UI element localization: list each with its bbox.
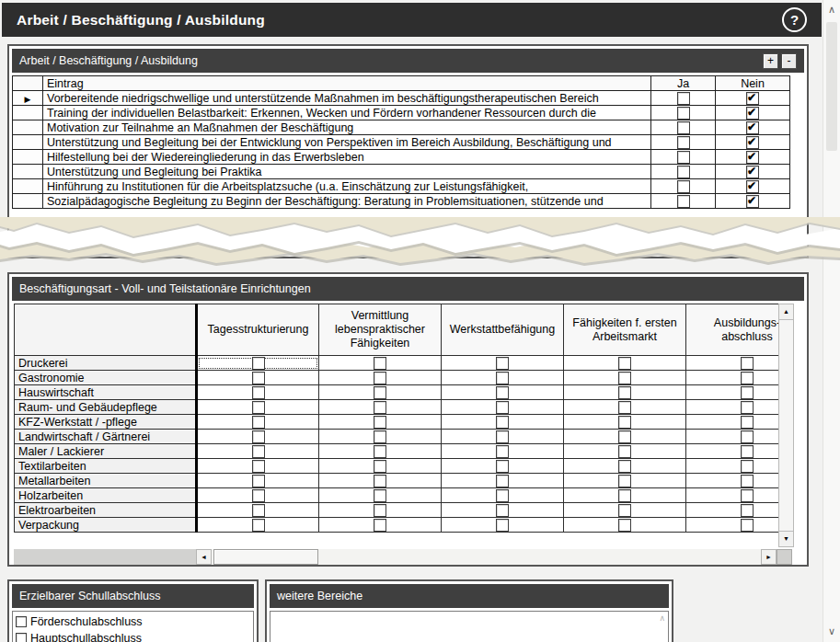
- grid-checkbox[interactable]: [741, 460, 754, 473]
- grid-checkbox[interactable]: [252, 489, 265, 502]
- row-selector-cell[interactable]: [13, 179, 43, 194]
- grid-checkbox[interactable]: [496, 416, 509, 429]
- grid-checkbox[interactable]: [741, 519, 754, 532]
- nein-checkbox[interactable]: [746, 121, 759, 134]
- grid-checkbox[interactable]: [496, 430, 509, 443]
- grid-checkbox[interactable]: [741, 401, 754, 414]
- row-selector-cell[interactable]: [13, 106, 43, 120]
- grid-checkbox[interactable]: [252, 475, 265, 487]
- nein-checkbox[interactable]: [746, 180, 759, 193]
- page-scrollbar[interactable]: ∧ ∨: [823, 0, 840, 642]
- grid-checkbox[interactable]: [741, 489, 754, 502]
- nein-checkbox[interactable]: [746, 107, 759, 120]
- row-selector-cell[interactable]: [13, 135, 43, 150]
- grid-checkbox[interactable]: [496, 504, 509, 517]
- scroll-down-icon[interactable]: ∨: [823, 626, 840, 636]
- grid-checkbox[interactable]: [374, 357, 386, 370]
- scroll-down-button[interactable]: ▼: [779, 531, 793, 546]
- grid-checkbox[interactable]: [252, 357, 265, 370]
- grid-checkbox[interactable]: [374, 519, 386, 532]
- grid-checkbox[interactable]: [496, 475, 509, 487]
- grid-checkbox[interactable]: [374, 445, 386, 458]
- schulabschluss-checkbox[interactable]: [16, 633, 27, 642]
- grid-checkbox[interactable]: [252, 401, 265, 414]
- grid-checkbox[interactable]: [374, 430, 386, 443]
- remove-row-button[interactable]: -: [781, 53, 797, 69]
- grid-checkbox[interactable]: [618, 430, 631, 443]
- ja-checkbox[interactable]: [677, 107, 690, 120]
- grid-checkbox[interactable]: [252, 386, 265, 399]
- ja-checkbox[interactable]: [677, 166, 690, 178]
- ja-checkbox[interactable]: [677, 180, 690, 193]
- grid-checkbox[interactable]: [374, 504, 386, 517]
- grid-checkbox[interactable]: [741, 475, 754, 487]
- nein-checkbox[interactable]: [746, 166, 759, 178]
- grid-checkbox[interactable]: [252, 519, 265, 532]
- nein-checkbox[interactable]: [746, 136, 759, 149]
- grid-horizontal-scrollbar[interactable]: ◄ ►: [14, 549, 792, 565]
- grid-checkbox[interactable]: [618, 504, 631, 517]
- grid-checkbox[interactable]: [252, 416, 265, 429]
- grid-checkbox[interactable]: [618, 416, 631, 429]
- grid-checkbox[interactable]: [496, 357, 509, 370]
- grid-checkbox[interactable]: [741, 430, 754, 443]
- scroll-up-icon[interactable]: ∧: [823, 5, 840, 15]
- row-selector-cell[interactable]: [13, 120, 43, 135]
- grid-checkbox[interactable]: [741, 504, 754, 517]
- grid-vertical-scrollbar[interactable]: ▲ ▼: [778, 304, 794, 547]
- grid-checkbox[interactable]: [741, 386, 754, 399]
- list-item[interactable]: Förderschulabschluss: [16, 613, 253, 630]
- grid-checkbox[interactable]: [618, 460, 631, 473]
- grid-checkbox[interactable]: [496, 489, 509, 502]
- weitere-bereiche-textarea[interactable]: ∧: [270, 611, 669, 642]
- horizontal-scrollbar-thumb[interactable]: [213, 549, 318, 565]
- grid-checkbox[interactable]: [618, 401, 631, 414]
- grid-checkbox[interactable]: [741, 372, 754, 384]
- help-icon[interactable]: ?: [782, 7, 807, 32]
- grid-checkbox[interactable]: [618, 519, 631, 532]
- row-selector-cell[interactable]: ▶: [13, 91, 43, 106]
- ja-checkbox[interactable]: [677, 121, 690, 134]
- grid-checkbox[interactable]: [252, 504, 265, 517]
- grid-checkbox[interactable]: [741, 416, 754, 429]
- ja-checkbox[interactable]: [677, 151, 690, 164]
- grid-checkbox[interactable]: [374, 401, 386, 414]
- grid-checkbox[interactable]: [618, 475, 631, 487]
- row-selector-cell[interactable]: [13, 165, 43, 179]
- schulabschluss-checkbox[interactable]: [16, 616, 27, 627]
- grid-checkbox[interactable]: [252, 445, 265, 458]
- grid-checkbox[interactable]: [374, 372, 386, 384]
- row-selector-cell[interactable]: [13, 194, 43, 209]
- grid-checkbox[interactable]: [374, 460, 386, 473]
- nein-checkbox[interactable]: [746, 151, 759, 164]
- grid-checkbox[interactable]: [618, 445, 631, 458]
- nein-checkbox[interactable]: [746, 195, 759, 208]
- grid-checkbox[interactable]: [496, 460, 509, 473]
- grid-checkbox[interactable]: [496, 401, 509, 414]
- grid-checkbox[interactable]: [374, 416, 386, 429]
- grid-checkbox[interactable]: [374, 386, 386, 399]
- grid-checkbox[interactable]: [496, 372, 509, 384]
- ja-checkbox[interactable]: [677, 92, 690, 105]
- grid-checkbox[interactable]: [496, 519, 509, 532]
- ja-checkbox[interactable]: [677, 195, 690, 208]
- grid-checkbox[interactable]: [618, 489, 631, 502]
- scroll-left-button[interactable]: ◄: [196, 549, 212, 565]
- grid-checkbox[interactable]: [618, 357, 631, 370]
- grid-checkbox[interactable]: [741, 357, 754, 370]
- grid-checkbox[interactable]: [496, 445, 509, 458]
- page-scrollbar-thumb[interactable]: [826, 22, 837, 151]
- ja-checkbox[interactable]: [677, 136, 690, 149]
- row-selector-cell[interactable]: [13, 150, 43, 165]
- scroll-up-button[interactable]: ▲: [779, 304, 793, 320]
- grid-checkbox[interactable]: [496, 386, 509, 399]
- grid-checkbox[interactable]: [618, 372, 631, 384]
- grid-checkbox[interactable]: [252, 460, 265, 473]
- list-item[interactable]: Hauptschullabschluss: [16, 630, 253, 642]
- grid-checkbox[interactable]: [374, 489, 386, 502]
- grid-checkbox[interactable]: [741, 445, 754, 458]
- grid-checkbox[interactable]: [618, 386, 631, 399]
- nein-checkbox[interactable]: [746, 92, 759, 105]
- scroll-right-button[interactable]: ►: [761, 549, 777, 565]
- grid-checkbox[interactable]: [374, 475, 386, 487]
